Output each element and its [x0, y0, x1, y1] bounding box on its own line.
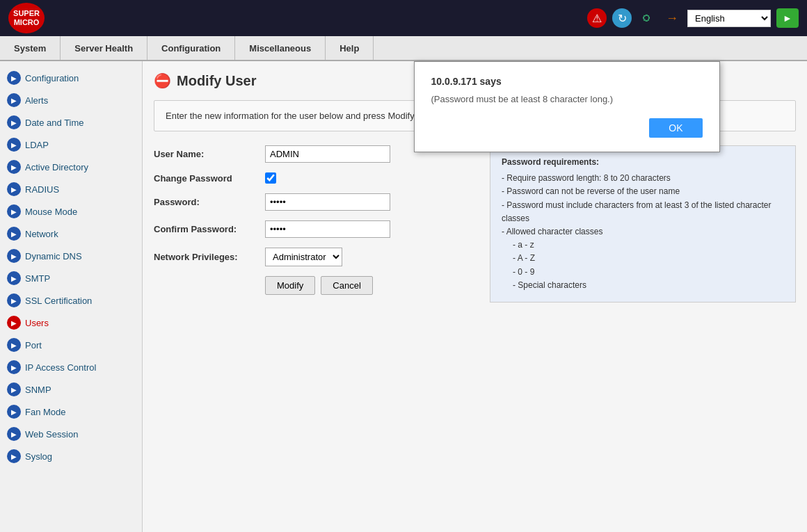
pwd-req-line-3: - Allowed character classes [502, 225, 784, 239]
arrow-icon: ▶ [7, 71, 21, 85]
content-area: ⛔ Modify User Enter the new information … [143, 61, 807, 532]
sidebar-item-mouse-mode[interactable]: ▶ Mouse Mode [0, 200, 142, 223]
sidebar-item-date-and-time[interactable]: ▶ Date and Time [0, 111, 142, 134]
dialog-wrapper: 10.0.9.171 says (Password must be at lea… [414, 61, 720, 152]
arrow-icon: ▶ [7, 360, 21, 374]
password-input[interactable] [265, 193, 390, 211]
sidebar-item-ip-access-control[interactable]: ▶ IP Access Control [0, 356, 142, 378]
navbar: System Server Health Configuration Misce… [0, 36, 807, 61]
arrow-icon: ▶ [7, 182, 21, 196]
power-icon[interactable]: ⭘ [637, 8, 657, 28]
sidebar-item-snmp[interactable]: ▶ SNMP [0, 378, 142, 401]
arrow-icon: ▶ [7, 271, 21, 285]
arrow-icon: ▶ [7, 204, 21, 218]
pwd-req-line-1: - Password can not be reverse of the use… [502, 185, 784, 198]
network-privileges-select[interactable]: Administrator Operator User [265, 248, 342, 266]
sidebar-item-dynamic-dns[interactable]: ▶ Dynamic DNS [0, 245, 142, 267]
arrow-icon: ▶ [7, 227, 21, 241]
arrow-icon: ▶ [7, 405, 21, 419]
sidebar-item-users[interactable]: ▶ Users [0, 312, 142, 334]
network-privileges-row: Network Privileges: Administrator Operat… [154, 248, 476, 266]
sidebar-item-ldap[interactable]: ▶ LDAP [0, 134, 142, 156]
arrow-icon: ▶ [7, 249, 21, 263]
arrow-icon: ▶ [7, 93, 21, 107]
network-privileges-label: Network Privileges: [154, 252, 265, 262]
password-row: Password: [154, 193, 476, 211]
confirm-password-input[interactable] [265, 220, 390, 238]
change-password-row: Change Password [154, 172, 476, 184]
language-select[interactable]: English Japanese Chinese [687, 10, 771, 27]
pwd-req-line-6: - 0 - 9 [502, 266, 784, 279]
main-layout: ▶ Configuration ▶ Alerts ▶ Date and Time… [0, 61, 807, 532]
pwd-req-line-2: - Password must include characters from … [502, 199, 784, 225]
form-area: User Name: Change Password Password: Con… [154, 145, 796, 303]
logo: SUPERMICRO [8, 3, 45, 33]
sidebar-item-network[interactable]: ▶ Network [0, 223, 142, 245]
pwd-req-title: Password requirements: [502, 156, 784, 169]
change-password-label: Change Password [154, 173, 265, 184]
header-right: ⚠ ↻ ⭘ → English Japanese Chinese ► [587, 8, 799, 28]
confirm-password-label: Confirm Password: [154, 224, 265, 234]
sidebar-item-radius[interactable]: ▶ RADIUS [0, 178, 142, 200]
logo-area: SUPERMICRO [8, 3, 45, 33]
arrow-icon-active: ▶ [7, 316, 21, 330]
header: SUPERMICRO ⚠ ↻ ⭘ → English Japanese Chin… [0, 0, 807, 36]
pwd-req-line-0: - Require password length: 8 to 20 chara… [502, 172, 784, 185]
form-left: User Name: Change Password Password: Con… [154, 145, 476, 303]
password-label: Password: [154, 197, 265, 207]
sidebar-item-syslog[interactable]: ▶ Syslog [0, 445, 142, 467]
sidebar-item-web-session[interactable]: ▶ Web Session [0, 423, 142, 445]
pwd-req-line-5: - A - Z [502, 252, 784, 265]
nav-system[interactable]: System [0, 36, 61, 60]
dialog-ok-button[interactable]: OK [649, 118, 702, 138]
nav-help[interactable]: Help [326, 36, 374, 60]
page-title-icon: ⛔ [154, 72, 171, 89]
cancel-button[interactable]: Cancel [321, 276, 372, 295]
password-requirements-box: Password requirements: - Require passwor… [490, 145, 796, 303]
page-title: Modify User [177, 73, 256, 89]
dialog-header: 10.0.9.171 says [431, 76, 703, 87]
sidebar-item-alerts[interactable]: ▶ Alerts [0, 89, 142, 111]
modify-button[interactable]: Modify [265, 276, 315, 295]
arrow-icon: ▶ [7, 138, 21, 152]
sidebar-item-port[interactable]: ▶ Port [0, 334, 142, 356]
go-button[interactable]: ► [776, 8, 799, 28]
pwd-req-line-7: - Special characters [502, 279, 784, 292]
sidebar-item-active-directory[interactable]: ▶ Active Directory [0, 156, 142, 178]
sidebar-item-ssl-certification[interactable]: ▶ SSL Certification [0, 289, 142, 312]
logout-icon[interactable]: → [662, 8, 682, 28]
nav-server-health[interactable]: Server Health [61, 36, 147, 60]
arrow-icon: ▶ [7, 449, 21, 463]
username-input[interactable] [265, 145, 390, 163]
form-buttons: Modify Cancel [265, 276, 476, 295]
dialog-box: 10.0.9.171 says (Password must be at lea… [414, 61, 720, 152]
alert-icon[interactable]: ⚠ [587, 8, 607, 28]
arrow-icon: ▶ [7, 293, 21, 307]
arrow-icon: ▶ [7, 382, 21, 396]
sidebar: ▶ Configuration ▶ Alerts ▶ Date and Time… [0, 61, 143, 532]
username-label: User Name: [154, 149, 265, 159]
arrow-icon: ▶ [7, 160, 21, 174]
arrow-icon: ▶ [7, 338, 21, 352]
sidebar-item-configuration[interactable]: ▶ Configuration [0, 67, 142, 89]
nav-miscellaneous[interactable]: Miscellaneous [235, 36, 326, 60]
arrow-icon: ▶ [7, 427, 21, 441]
arrow-icon: ▶ [7, 115, 21, 129]
refresh-icon[interactable]: ↻ [612, 8, 632, 28]
nav-configuration[interactable]: Configuration [147, 36, 235, 60]
dialog-message: (Password must be at least 8 character l… [431, 94, 703, 104]
confirm-password-row: Confirm Password: [154, 220, 476, 238]
sidebar-item-smtp[interactable]: ▶ SMTP [0, 267, 142, 289]
sidebar-item-fan-mode[interactable]: ▶ Fan Mode [0, 401, 142, 423]
change-password-checkbox[interactable] [265, 172, 276, 184]
pwd-req-line-4: - a - z [502, 239, 784, 252]
